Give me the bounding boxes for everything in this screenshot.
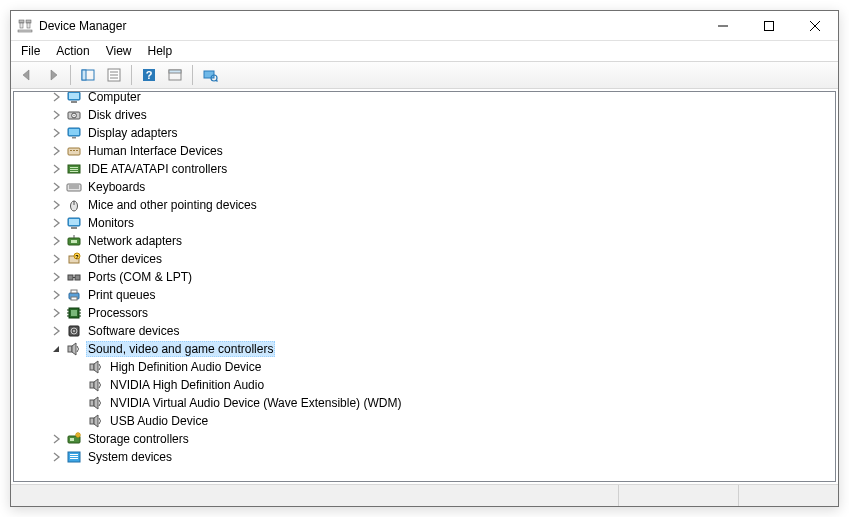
tree-item-label: System devices — [86, 450, 174, 464]
tree-item-label: Disk drives — [86, 108, 149, 122]
tree-item-label: NVIDIA High Definition Audio — [108, 378, 266, 392]
expander-closed-icon[interactable] — [50, 216, 64, 230]
tree-item[interactable]: USB Audio Device — [14, 412, 835, 430]
tree-item[interactable]: Network adapters — [14, 232, 835, 250]
tree-item[interactable]: System devices — [14, 448, 835, 466]
tree-item[interactable]: Print queues — [14, 286, 835, 304]
minimize-button[interactable] — [700, 11, 746, 40]
svg-rect-0 — [19, 20, 24, 23]
svg-rect-3 — [27, 23, 30, 28]
action-button[interactable] — [163, 64, 187, 86]
expander-closed-icon[interactable] — [50, 432, 64, 446]
tree-item[interactable]: Mice and other pointing devices — [14, 196, 835, 214]
keyboard-icon — [66, 179, 82, 195]
svg-text:?: ? — [146, 69, 153, 81]
tree-item[interactable]: Display adapters — [14, 124, 835, 142]
tree-item-label: Computer — [86, 91, 143, 104]
system-icon — [66, 449, 82, 465]
tree-item[interactable]: High Definition Audio Device — [14, 358, 835, 376]
expander-none — [72, 360, 86, 374]
device-tree-pane[interactable]: ComputerDisk drivesDisplay adaptersHuman… — [13, 91, 836, 482]
other-icon — [66, 251, 82, 267]
expander-closed-icon[interactable] — [50, 198, 64, 212]
maximize-button[interactable] — [746, 11, 792, 40]
tree-item-label: Display adapters — [86, 126, 179, 140]
properties-button[interactable] — [102, 64, 126, 86]
tree-item-label: High Definition Audio Device — [108, 360, 263, 374]
svg-line-21 — [216, 80, 218, 82]
tree-item-label: Ports (COM & LPT) — [86, 270, 194, 284]
expander-closed-icon[interactable] — [50, 324, 64, 338]
tree-item-label: Network adapters — [86, 234, 184, 248]
tree-item[interactable]: Other devices — [14, 250, 835, 268]
expander-closed-icon[interactable] — [50, 180, 64, 194]
tree-item[interactable]: NVIDIA High Definition Audio — [14, 376, 835, 394]
network-icon — [66, 233, 82, 249]
tree-item-label: Print queues — [86, 288, 157, 302]
menu-help[interactable]: Help — [140, 44, 181, 58]
tree-item-label: NVIDIA Virtual Audio Device (Wave Extens… — [108, 396, 403, 410]
svg-rect-10 — [82, 70, 86, 80]
back-button[interactable] — [15, 64, 39, 86]
expander-closed-icon[interactable] — [50, 126, 64, 140]
audio-icon — [88, 377, 104, 393]
device-manager-window: Device Manager File Action View Help — [10, 10, 839, 507]
tree-item-label: Mice and other pointing devices — [86, 198, 259, 212]
tree-item-label: IDE ATA/ATAPI controllers — [86, 162, 229, 176]
monitor-icon — [66, 215, 82, 231]
svg-rect-6 — [765, 21, 774, 30]
audio-icon — [88, 413, 104, 429]
expander-closed-icon[interactable] — [50, 252, 64, 266]
tree-item[interactable]: NVIDIA Virtual Audio Device (Wave Extens… — [14, 394, 835, 412]
cpu-icon — [66, 305, 82, 321]
svg-rect-2 — [26, 20, 31, 23]
computer-icon — [66, 91, 82, 105]
tree-item[interactable]: Storage controllers — [14, 430, 835, 448]
expander-open-icon[interactable] — [50, 342, 64, 356]
expander-closed-icon[interactable] — [50, 234, 64, 248]
close-button[interactable] — [792, 11, 838, 40]
svg-rect-18 — [169, 70, 181, 73]
ide-icon — [66, 161, 82, 177]
tree-item-label: Software devices — [86, 324, 181, 338]
forward-button[interactable] — [41, 64, 65, 86]
tree-item-label: Human Interface Devices — [86, 144, 225, 158]
toolbar-separator — [70, 65, 71, 85]
help-button[interactable]: ? — [137, 64, 161, 86]
tree-item-label: USB Audio Device — [108, 414, 210, 428]
expander-closed-icon[interactable] — [50, 288, 64, 302]
tree-item[interactable]: Human Interface Devices — [14, 142, 835, 160]
tree-item[interactable]: Software devices — [14, 322, 835, 340]
device-tree: ComputerDisk drivesDisplay adaptersHuman… — [14, 91, 835, 468]
expander-closed-icon[interactable] — [50, 144, 64, 158]
menu-view[interactable]: View — [98, 44, 140, 58]
tree-item[interactable]: Computer — [14, 91, 835, 106]
window-title: Device Manager — [39, 19, 700, 33]
scan-hardware-button[interactable] — [198, 64, 222, 86]
hid-icon — [66, 143, 82, 159]
menu-file[interactable]: File — [13, 44, 48, 58]
tree-item[interactable]: Sound, video and game controllers — [14, 340, 835, 358]
tree-item-label: Storage controllers — [86, 432, 191, 446]
tree-item[interactable]: Processors — [14, 304, 835, 322]
expander-none — [72, 378, 86, 392]
expander-closed-icon[interactable] — [50, 270, 64, 284]
tree-item-label: Keyboards — [86, 180, 147, 194]
expander-closed-icon[interactable] — [50, 108, 64, 122]
expander-closed-icon[interactable] — [50, 450, 64, 464]
expander-none — [72, 414, 86, 428]
show-hide-tree-button[interactable] — [76, 64, 100, 86]
disk-icon — [66, 107, 82, 123]
expander-closed-icon[interactable] — [50, 162, 64, 176]
tree-item[interactable]: Keyboards — [14, 178, 835, 196]
tree-item[interactable]: Monitors — [14, 214, 835, 232]
status-cell — [618, 485, 738, 506]
tree-item[interactable]: IDE ATA/ATAPI controllers — [14, 160, 835, 178]
tree-item[interactable]: Disk drives — [14, 106, 835, 124]
tree-item-label: Processors — [86, 306, 150, 320]
tree-item[interactable]: Ports (COM & LPT) — [14, 268, 835, 286]
titlebar: Device Manager — [11, 11, 838, 41]
expander-closed-icon[interactable] — [50, 306, 64, 320]
expander-closed-icon[interactable] — [50, 91, 64, 104]
menu-action[interactable]: Action — [48, 44, 97, 58]
